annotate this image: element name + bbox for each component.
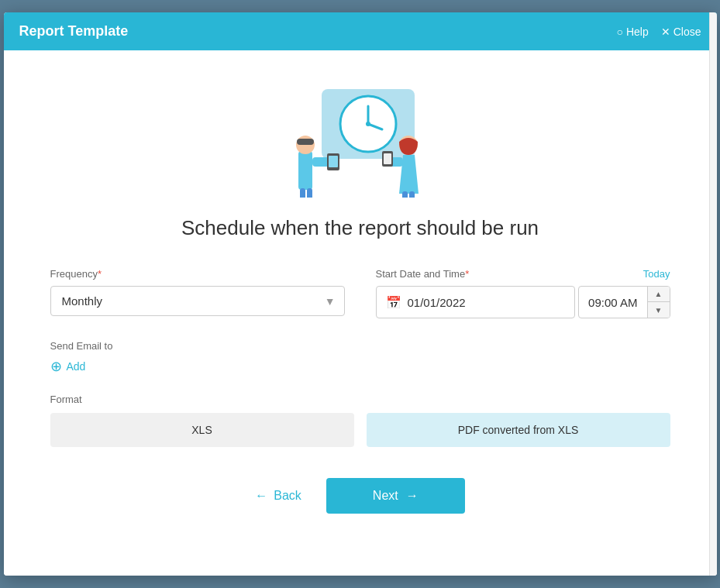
help-button[interactable]: ○ Help bbox=[616, 26, 648, 38]
report-template-modal: Report Template ○ Help ✕ Close bbox=[4, 12, 717, 576]
modal-header: Report Template ○ Help ✕ Close bbox=[4, 12, 717, 50]
calendar-icon: 📅 bbox=[386, 295, 401, 310]
back-button[interactable]: ← Back bbox=[255, 489, 301, 503]
frequency-group: Frequency* Once Daily Weekly Monthly Yea… bbox=[50, 268, 345, 318]
modal-footer: ← Back Next → bbox=[50, 478, 670, 545]
modal-title: Report Template bbox=[19, 23, 129, 40]
svg-rect-12 bbox=[312, 157, 329, 167]
close-button[interactable]: ✕ Close bbox=[661, 26, 701, 38]
add-circle-icon: ⊕ bbox=[50, 358, 62, 375]
header-actions: ○ Help ✕ Close bbox=[616, 26, 701, 38]
frequency-select-wrapper: Once Daily Weekly Monthly Yearly ▼ bbox=[50, 286, 345, 316]
datetime-group: Start Date and Time* Today 📅 01/01/2022 … bbox=[376, 268, 670, 318]
help-circle-icon: ○ bbox=[616, 26, 622, 38]
svg-rect-11 bbox=[307, 188, 312, 198]
time-spinners: ▲ ▼ bbox=[647, 287, 670, 318]
svg-rect-9 bbox=[297, 139, 314, 145]
datetime-label: Start Date and Time* bbox=[376, 268, 470, 280]
date-input[interactable]: 📅 01/01/2022 bbox=[376, 286, 576, 318]
modal-body: Schedule when the report should be run F… bbox=[4, 50, 717, 576]
frequency-select[interactable]: Once Daily Weekly Monthly Yearly bbox=[50, 286, 345, 316]
form-row-frequency-datetime: Frequency* Once Daily Weekly Monthly Yea… bbox=[50, 268, 670, 318]
time-decrement-button[interactable]: ▼ bbox=[648, 302, 670, 318]
schedule-illustration bbox=[252, 74, 469, 198]
svg-rect-20 bbox=[384, 153, 391, 164]
send-email-label: Send Email to bbox=[50, 340, 670, 352]
frequency-label: Frequency* bbox=[50, 268, 345, 280]
format-label: Format bbox=[50, 394, 670, 405]
time-increment-button[interactable]: ▲ bbox=[648, 287, 670, 302]
datetime-label-row: Start Date and Time* Today bbox=[376, 268, 670, 280]
illustration bbox=[50, 74, 670, 198]
page-title: Schedule when the report should be run bbox=[50, 216, 670, 240]
close-icon: ✕ bbox=[661, 26, 670, 38]
date-value: 01/01/2022 bbox=[408, 296, 466, 309]
send-email-section: Send Email to ⊕ Add bbox=[50, 340, 670, 375]
arrow-right-icon: → bbox=[406, 489, 419, 503]
format-section: Format XLS PDF converted from XLS bbox=[50, 394, 670, 447]
svg-point-4 bbox=[366, 122, 370, 126]
next-button[interactable]: Next → bbox=[326, 478, 465, 514]
pdf-format-button[interactable]: PDF converted from XLS bbox=[367, 413, 670, 447]
svg-rect-7 bbox=[298, 151, 312, 190]
svg-rect-10 bbox=[300, 188, 305, 198]
time-value: 09:00 AM bbox=[579, 290, 646, 315]
today-link[interactable]: Today bbox=[643, 268, 670, 280]
arrow-left-icon: ← bbox=[255, 489, 267, 503]
xls-format-button[interactable]: XLS bbox=[50, 413, 354, 447]
svg-rect-16 bbox=[402, 191, 408, 198]
date-time-inputs: 📅 01/01/2022 09:00 AM ▲ ▼ bbox=[376, 286, 670, 318]
add-email-button[interactable]: ⊕ Add bbox=[50, 358, 86, 375]
scrollbar[interactable] bbox=[709, 12, 717, 576]
format-buttons: XLS PDF converted from XLS bbox=[50, 413, 670, 447]
time-input[interactable]: 09:00 AM ▲ ▼ bbox=[578, 286, 670, 318]
svg-rect-17 bbox=[409, 191, 415, 198]
svg-rect-14 bbox=[329, 156, 338, 167]
